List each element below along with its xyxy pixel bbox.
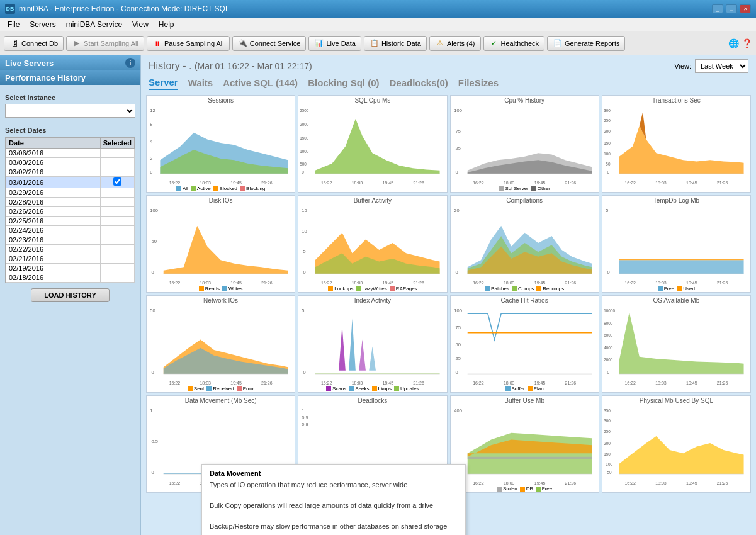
date-checkbox-cell[interactable] <box>100 273 134 283</box>
date-table-row[interactable]: 02/23/2016 <box>6 235 135 245</box>
tab-filesizes[interactable]: FileSizes <box>458 76 499 89</box>
chart-buffer-inner: 15 10 5 0 <box>298 205 446 281</box>
chart-cpu-history-inner: 100 75 25 0 <box>451 105 599 181</box>
date-table-row[interactable]: 02/19/2016 <box>6 264 135 273</box>
chart-disk-ios-title: Disk IOs <box>147 196 295 205</box>
main-layout: Live Servers i Performance History Selec… <box>0 55 756 535</box>
view-select[interactable]: Last Week Last Month Custom <box>695 59 748 73</box>
date-checkbox-cell[interactable] <box>100 207 134 217</box>
chart-deadlocks-title: Deadlocks <box>298 396 446 405</box>
date-checkbox-cell[interactable] <box>100 198 134 207</box>
historic-data-button[interactable]: 📋 Historic Data <box>364 36 427 51</box>
date-table-row[interactable]: 02/24/2016 <box>6 226 135 235</box>
date-cell: 02/29/2016 <box>6 188 101 198</box>
date-table-row[interactable]: 02/21/2016 <box>6 254 135 264</box>
chart-transactions-legend <box>602 185 750 186</box>
svg-text:150: 150 <box>604 452 611 456</box>
svg-text:20: 20 <box>454 208 459 213</box>
date-table-row[interactable]: 02/26/2016 <box>6 207 135 217</box>
svg-text:5: 5 <box>606 208 608 213</box>
healthcheck-button[interactable]: ✓ Healthcheck <box>483 36 545 51</box>
date-table-row[interactable]: 03/03/2016 <box>6 158 135 167</box>
pause-sampling-button[interactable]: ⏸ Pause Sampling All <box>147 36 230 51</box>
view-label: View: <box>674 62 691 70</box>
svg-marker-81 <box>619 312 743 374</box>
menu-servers[interactable]: Servers <box>25 19 60 30</box>
tab-deadlocks[interactable]: Deadlocks(0) <box>389 76 448 89</box>
chart-os-title: OS Available Mb <box>602 296 750 305</box>
date-table-row[interactable]: 02/18/2016 <box>6 273 135 283</box>
chart-physical-svg: 350 300 250 200 150 100 50 <box>602 405 750 481</box>
date-table-body: 03/06/201603/03/201603/02/201603/01/2016… <box>6 149 135 283</box>
chart-os-legend <box>602 385 750 386</box>
date-checkbox-cell[interactable] <box>100 245 134 254</box>
connect-db-button[interactable]: 🗄 Connect Db <box>4 36 64 51</box>
connect-service-button[interactable]: 🔌 Connect Service <box>232 36 307 51</box>
svg-text:2000: 2000 <box>604 358 613 362</box>
date-checkbox-cell[interactable] <box>100 264 134 273</box>
date-checkbox-cell[interactable] <box>100 235 134 245</box>
tab-active-sql[interactable]: Active SQL (144) <box>223 76 298 89</box>
generate-reports-button[interactable]: 📄 Generate Reports <box>547 36 625 51</box>
minimize-button[interactable]: _ <box>712 4 723 13</box>
date-table-row[interactable]: 03/06/2016 <box>6 149 135 158</box>
svg-marker-64 <box>349 319 356 371</box>
healthcheck-label: Healthcheck <box>501 40 539 47</box>
load-history-button[interactable]: LOAD HISTORY <box>31 288 110 302</box>
date-table-row[interactable]: 02/22/2016 <box>6 245 135 254</box>
live-servers-info-icon[interactable]: i <box>125 58 135 68</box>
chart-cache-hit: Cache Hit Ratios 100 75 50 25 0 <box>450 295 599 393</box>
close-button[interactable]: ✕ <box>740 4 751 13</box>
date-table-row[interactable]: 03/01/2016 <box>6 177 135 188</box>
date-checkbox-cell[interactable] <box>100 217 134 226</box>
chart-index-x-labels: 16:2218:0319:4521:26 <box>298 381 446 385</box>
date-checkbox-cell[interactable] <box>100 226 134 235</box>
chart-network-svg: 50 0 <box>147 305 295 381</box>
maximize-button[interactable]: □ <box>726 4 737 13</box>
alerts-button[interactable]: ⚠ Alerts (4) <box>429 36 481 51</box>
svg-text:2500: 2500 <box>300 108 309 113</box>
chart-buffer-svg: 15 10 5 0 <box>298 205 446 281</box>
chart-cpu-x-labels: 16:2218:0319:4521:26 <box>451 181 599 185</box>
date-table-row[interactable]: 02/25/2016 <box>6 217 135 226</box>
tab-server[interactable]: Server <box>149 76 178 90</box>
history-title: History - . (Mar 01 16:22 - Mar 01 22:17… <box>149 60 312 72</box>
view-control: View: Last Week Last Month Custom <box>674 59 748 73</box>
svg-marker-59 <box>164 348 288 374</box>
date-table-row[interactable]: 02/29/2016 <box>6 188 135 198</box>
globe-icon[interactable]: 🌐 <box>728 38 739 48</box>
menu-view[interactable]: View <box>127 19 154 30</box>
date-table-row[interactable]: 03/02/2016 <box>6 167 135 177</box>
chart-os-inner: 10000 8000 6000 4000 2000 0 <box>602 305 750 381</box>
svg-text:0: 0 <box>303 269 306 275</box>
menubar: File Servers miniDBA Service View Help <box>0 18 756 31</box>
date-table-row[interactable]: 02/28/2016 <box>6 198 135 207</box>
date-checkbox[interactable] <box>113 177 121 186</box>
date-checkbox-cell[interactable] <box>100 254 134 264</box>
instance-select[interactable] <box>5 104 135 118</box>
tab-waits[interactable]: Waits <box>188 76 213 89</box>
date-checkbox-cell[interactable] <box>100 177 134 188</box>
date-checkbox-cell[interactable] <box>100 149 134 158</box>
start-sampling-button[interactable]: ▶ Start Sampling All <box>66 36 144 51</box>
chart-cache-title: Cache Hit Ratios <box>451 296 599 305</box>
date-scroll-container[interactable]: Date Selected 03/06/201603/03/201603/02/… <box>5 137 135 283</box>
pause-sampling-icon: ⏸ <box>152 38 162 48</box>
menu-help[interactable]: Help <box>154 19 179 30</box>
svg-text:50: 50 <box>607 470 612 475</box>
date-cell: 02/26/2016 <box>6 207 101 217</box>
svg-text:5: 5 <box>302 308 305 313</box>
date-cell: 02/22/2016 <box>6 245 101 254</box>
chart-network-x-labels: 16:2218:0319:4521:26 <box>147 381 295 385</box>
live-data-button[interactable]: 📊 Live Data <box>308 36 361 51</box>
date-checkbox-cell[interactable] <box>100 158 134 167</box>
menu-file[interactable]: File <box>3 19 25 30</box>
date-checkbox-cell[interactable] <box>100 167 134 177</box>
svg-text:0: 0 <box>151 269 154 275</box>
menu-minidba-service[interactable]: miniDBA Service <box>61 19 127 30</box>
help-icon[interactable]: ❓ <box>742 38 752 48</box>
date-checkbox-cell[interactable] <box>100 188 134 198</box>
tab-blocking-sql[interactable]: Blocking Sql (0) <box>308 76 379 89</box>
svg-text:50: 50 <box>606 162 611 166</box>
svg-text:5: 5 <box>303 249 306 254</box>
